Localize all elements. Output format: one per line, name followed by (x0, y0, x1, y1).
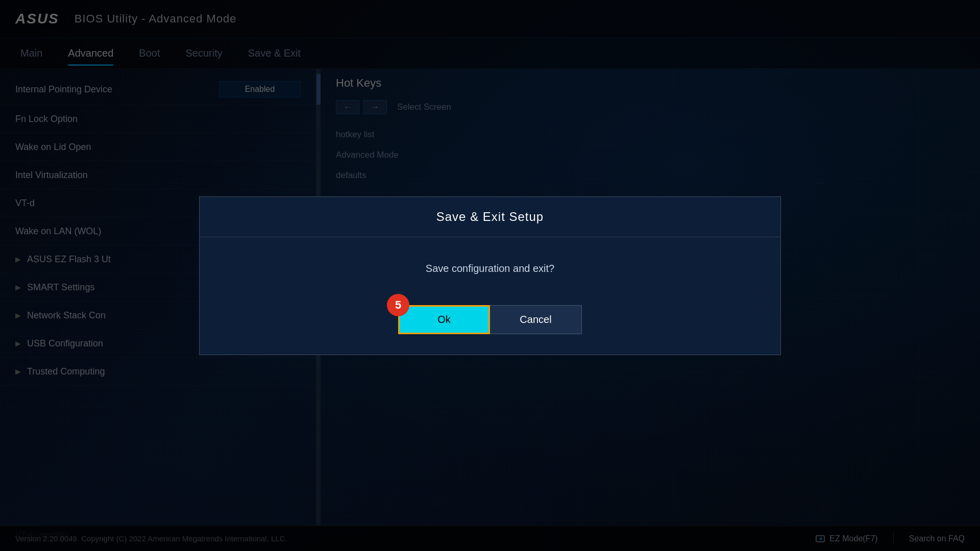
modal-body: Save configuration and exit? (200, 237, 780, 305)
save-exit-modal: Save & Exit Setup Save configuration and… (199, 196, 781, 355)
modal-overlay: Save & Exit Setup Save configuration and… (0, 0, 980, 551)
buttons-wrapper: 5 Ok Cancel (398, 305, 582, 334)
modal-header: Save & Exit Setup (200, 197, 780, 237)
modal-title: Save & Exit Setup (436, 210, 544, 223)
ok-button[interactable]: Ok (398, 305, 490, 334)
modal-message: Save configuration and exit? (426, 263, 554, 274)
step-badge-5: 5 (387, 294, 409, 316)
modal-buttons: 5 Ok Cancel (200, 305, 780, 355)
cancel-button[interactable]: Cancel (490, 305, 582, 334)
main-content-wrapper: ASUS BIOS Utility - Advanced Mode Main A… (0, 0, 980, 551)
